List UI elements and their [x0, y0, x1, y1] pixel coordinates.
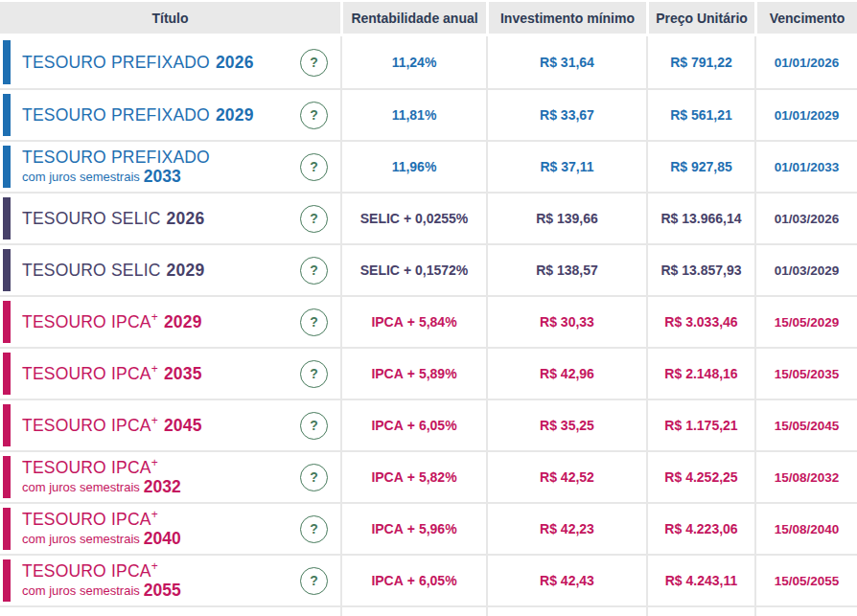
table-row[interactable]: TESOURO IPCA+ com juros semestrais2055 ?…: [0, 554, 857, 605]
help-icon[interactable]: ?: [300, 567, 328, 595]
help-icon[interactable]: ?: [300, 412, 328, 440]
bond-color-bar: [3, 94, 11, 136]
min-investment-value: R$ 31,64: [540, 55, 594, 70]
cell-maturity-partial: [754, 607, 857, 616]
bond-name: TESOURO PREFIXADO: [22, 53, 210, 72]
min-investment-cell: R$ 35,25: [486, 400, 646, 450]
min-investment-value: R$ 139,66: [536, 211, 598, 226]
rate-prefix: IPCA: [371, 418, 403, 433]
help-icon[interactable]: ?: [300, 360, 328, 388]
unit-price-cell: R$ 3.033,46: [646, 297, 754, 347]
bond-title-text: TESOURO IPCA+ com juros semestrais2032: [22, 458, 290, 496]
unit-price-cell: R$ 4.252,25: [646, 452, 754, 502]
bond-title-line1: TESOURO IPCA+2045: [22, 416, 290, 436]
table-row[interactable]: TESOURO PREFIXADO2026 ? 11,24% R$ 31,64 …: [0, 36, 857, 88]
maturity-cell: 01/01/2029: [754, 90, 857, 140]
maturity-cell: 15/05/2045: [754, 400, 857, 450]
question-mark-glyph: ?: [310, 469, 318, 485]
table-row[interactable]: TESOURO SELIC2026 ? SELIC+ 0,0255% R$ 13…: [0, 192, 857, 243]
maturity-cell: 15/05/2035: [754, 349, 857, 399]
maturity-cell: 01/01/2026: [754, 36, 857, 88]
bond-title-cell: TESOURO PREFIXADO com juros semestrais20…: [0, 142, 340, 192]
bond-color-bar: [3, 40, 11, 84]
bond-color-bar: [3, 301, 11, 343]
bond-color-bar: [3, 249, 11, 291]
rate-prefix: SELIC: [360, 211, 400, 226]
bond-title-text: TESOURO SELIC2026: [22, 209, 290, 229]
annual-rate-cell: 11,81%: [340, 90, 486, 140]
table-row-partial: [0, 605, 857, 616]
table-row[interactable]: TESOURO IPCA+2029 ? IPCA+ 5,84% R$ 30,33…: [0, 295, 857, 347]
bond-year-line1: 2029: [167, 261, 205, 280]
table-row[interactable]: TESOURO IPCA+ com juros semestrais2032 ?…: [0, 450, 857, 502]
col-header-investimento-minimo: Investimento mínimo: [486, 2, 646, 34]
table-body: TESOURO PREFIXADO2026 ? 11,24% R$ 31,64 …: [0, 36, 857, 605]
maturity-value: 01/01/2033: [775, 160, 840, 174]
min-investment-cell: R$ 42,96: [486, 349, 646, 399]
bond-title-cell: TESOURO PREFIXADO2026 ?: [0, 36, 340, 88]
table-row[interactable]: TESOURO IPCA+2035 ? IPCA+ 5,89% R$ 42,96…: [0, 347, 857, 399]
min-investment-value: R$ 138,57: [536, 262, 598, 278]
bond-plus-superscript: +: [151, 414, 158, 427]
bond-plus-superscript: +: [151, 559, 158, 573]
min-investment-value: R$ 42,96: [540, 366, 594, 381]
bond-year-line1: 2026: [216, 53, 254, 72]
rate-value: + 5,96%: [407, 521, 457, 536]
maturity-cell: 01/03/2029: [754, 245, 857, 295]
help-icon[interactable]: ?: [300, 308, 328, 336]
bond-title-text: TESOURO IPCA+2045: [22, 416, 290, 436]
question-mark-glyph: ?: [310, 314, 318, 330]
bond-title-cell: TESOURO IPCA+2045 ?: [0, 400, 340, 450]
min-investment-cell: R$ 139,66: [486, 194, 646, 243]
table-row[interactable]: TESOURO PREFIXADO com juros semestrais20…: [0, 140, 857, 192]
bond-title-text: TESOURO PREFIXADO2026: [22, 53, 290, 73]
unit-price-cell: R$ 4.243,11: [646, 556, 754, 605]
bond-name: TESOURO IPCA: [22, 364, 151, 383]
bond-title-text: TESOURO IPCA+ com juros semestrais2055: [22, 561, 290, 600]
question-mark-glyph: ?: [310, 159, 318, 174]
unit-price-value: R$ 927,85: [670, 159, 732, 174]
annual-rate-cell: IPCA+ 5,82%: [340, 452, 486, 502]
help-icon[interactable]: ?: [300, 102, 328, 129]
maturity-cell: 15/08/2040: [754, 504, 857, 554]
question-mark-glyph: ?: [310, 418, 318, 433]
bond-year-line1: 2045: [164, 416, 202, 435]
help-icon[interactable]: ?: [300, 153, 328, 181]
annual-rate-cell: SELIC+ 0,1572%: [340, 245, 486, 295]
help-icon[interactable]: ?: [300, 515, 328, 543]
bond-title-line2: com juros semestrais2055: [22, 582, 290, 600]
rate-prefix: IPCA: [371, 314, 403, 330]
bond-title-line1: TESOURO PREFIXADO2029: [22, 105, 290, 125]
rate-value: 11,81%: [392, 107, 437, 123]
maturity-value: 15/05/2055: [775, 574, 840, 588]
bond-title-line1: TESOURO IPCA+: [22, 510, 290, 530]
bond-title-text: TESOURO PREFIXADO com juros semestrais20…: [22, 148, 290, 186]
help-icon[interactable]: ?: [300, 464, 328, 491]
table-row[interactable]: TESOURO SELIC2029 ? SELIC+ 0,1572% R$ 13…: [0, 243, 857, 295]
unit-price-value: R$ 561,21: [670, 107, 732, 123]
unit-price-value: R$ 791,22: [670, 55, 732, 70]
help-icon[interactable]: ?: [300, 257, 328, 285]
unit-price-cell: R$ 13.966,14: [646, 194, 754, 243]
question-mark-glyph: ?: [310, 107, 318, 123]
bond-subtitle: com juros semestrais: [22, 170, 140, 184]
unit-price-cell: R$ 1.175,21: [646, 400, 754, 450]
help-icon[interactable]: ?: [300, 49, 328, 77]
bond-title-text: TESOURO IPCA+ com juros semestrais2040: [22, 510, 290, 548]
bond-title-cell: TESOURO SELIC2029 ?: [0, 245, 340, 295]
bond-title-text: TESOURO IPCA+2035: [22, 364, 290, 384]
table-row[interactable]: TESOURO PREFIXADO2029 ? 11,81% R$ 33,67 …: [0, 88, 857, 140]
help-icon[interactable]: ?: [300, 205, 328, 233]
rate-value: + 5,82%: [407, 469, 457, 485]
table-row[interactable]: TESOURO IPCA+2045 ? IPCA+ 6,05% R$ 35,25…: [0, 399, 857, 450]
maturity-value: 01/01/2029: [775, 108, 840, 123]
rate-value: + 6,05%: [407, 573, 457, 588]
bond-color-bar: [3, 197, 11, 240]
maturity-cell: 01/03/2026: [754, 194, 857, 243]
unit-price-value: R$ 2.148,16: [664, 366, 737, 381]
bond-year-line1: 2029: [164, 312, 202, 331]
bond-subtitle: com juros semestrais: [22, 532, 140, 546]
min-investment-value: R$ 42,43: [540, 573, 594, 588]
table-row[interactable]: TESOURO IPCA+ com juros semestrais2040 ?…: [0, 502, 857, 554]
min-investment-value: R$ 30,33: [540, 314, 594, 330]
